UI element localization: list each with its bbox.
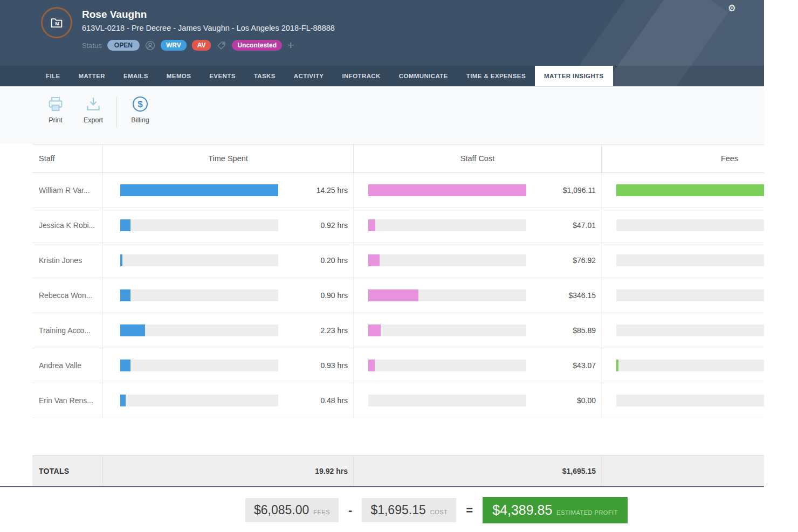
totals-label: TOTALS xyxy=(32,456,102,486)
staff-table-row: Training Acco... 2.23 hrs $85.89 xyxy=(32,313,764,348)
cost-value: $85.89 xyxy=(573,313,596,348)
cost-total-value: $1,695.15 xyxy=(370,503,425,517)
cost-bar-fill xyxy=(368,184,526,196)
column-header-staff-cost: Staff Cost xyxy=(353,144,601,172)
time-bar-track xyxy=(120,219,278,231)
staff-table-body: William R Var... 14.25 hrs $1,096.11 Jes… xyxy=(32,173,764,418)
fees-bar-track xyxy=(616,219,764,231)
staff-table-row: Rebecca Won... 0.90 hrs $346.15 xyxy=(32,278,764,313)
time-bar-track xyxy=(120,289,278,301)
matter-tag-badge[interactable]: Uncontested xyxy=(232,40,282,51)
cost-total-label: COST xyxy=(430,509,448,515)
totals-time-value: 19.92 hrs xyxy=(102,456,353,486)
totals-bottom-rule xyxy=(0,486,764,487)
matter-tab-bar: FILEMATTEREMAILSMEMOSEVENTSTASKSACTIVITY… xyxy=(0,66,764,86)
time-bar-fill xyxy=(120,360,130,371)
cost-value: $346.15 xyxy=(568,278,596,313)
staff-badge-av[interactable]: AV xyxy=(192,40,211,51)
status-row: Status OPEN WRV AV Uncontested + xyxy=(82,40,294,51)
tab-memos[interactable]: MEMOS xyxy=(157,66,200,86)
tag-icon xyxy=(216,40,226,51)
tab-time-expenses[interactable]: TIME & EXPENSES xyxy=(457,66,535,86)
tab-matter[interactable]: MATTER xyxy=(70,66,114,86)
fees-bar-fill xyxy=(616,184,764,196)
cost-bar-track xyxy=(368,254,526,266)
status-badge[interactable]: OPEN xyxy=(107,40,140,51)
tab-file[interactable]: FILE xyxy=(37,66,70,86)
billing-button[interactable]: $ Billing xyxy=(125,95,156,124)
time-value: 0.20 hrs xyxy=(320,243,348,278)
fees-cell xyxy=(601,208,764,243)
equals-operator: = xyxy=(466,503,473,517)
staff-table-row: Jessica K Robi... 0.92 hrs $47.01 xyxy=(32,208,764,243)
staff-cost-cell: $346.15 xyxy=(353,278,601,313)
minus-operator: - xyxy=(348,503,352,517)
tab-events[interactable]: EVENTS xyxy=(200,66,244,86)
time-bar-track xyxy=(120,254,278,266)
time-bar-fill xyxy=(120,219,130,231)
tab-emails[interactable]: EMAILS xyxy=(114,66,157,86)
fees-cell xyxy=(601,383,764,418)
toolbar-divider xyxy=(116,96,117,128)
cost-value: $47.01 xyxy=(573,208,596,243)
staff-cost-cell: $85.89 xyxy=(353,313,601,348)
cost-bar-fill xyxy=(368,254,380,266)
cost-bar-fill xyxy=(368,219,375,231)
staff-insights-table: Staff Time Spent Staff Cost Fees William… xyxy=(32,144,764,418)
time-bar-fill xyxy=(120,289,130,301)
staff-name: Erin Van Rens... xyxy=(32,383,102,418)
staff-name: William R Var... xyxy=(32,173,102,208)
staff-badge-wrv[interactable]: WRV xyxy=(161,40,187,51)
cost-value: $76.92 xyxy=(573,243,596,278)
column-header-fees: Fees xyxy=(601,144,764,172)
matter-title: Rose Vaughn xyxy=(82,9,147,20)
staff-table-row: Erin Van Rens... 0.48 hrs $0.00 xyxy=(32,383,764,418)
fees-bar-track xyxy=(616,360,764,371)
fees-total-label: FEES xyxy=(313,509,330,515)
cost-bar-track xyxy=(368,324,526,336)
dollar-circle-icon: $ xyxy=(131,95,149,113)
time-bar-fill xyxy=(120,324,145,336)
table-header-row: Staff Time Spent Staff Cost Fees xyxy=(32,144,764,173)
time-spent-cell: 0.90 hrs xyxy=(102,278,353,313)
time-value: 0.93 hrs xyxy=(320,348,348,383)
status-label: Status xyxy=(82,42,102,50)
matter-insights-page: M Rose Vaughn 613VL-0218 - Pre Decree - … xyxy=(0,0,764,532)
staff-cost-cell: $43.07 xyxy=(353,348,601,383)
staff-name: Andrea Valle xyxy=(32,348,102,383)
cost-value: $43.07 xyxy=(573,348,596,383)
fees-bar-track xyxy=(616,395,764,406)
staff-cost-cell: $76.92 xyxy=(353,243,601,278)
tab-activity[interactable]: ACTIVITY xyxy=(285,66,333,86)
print-button[interactable]: Print xyxy=(40,95,71,124)
gear-icon[interactable]: ⚙ xyxy=(728,3,736,14)
fees-cell xyxy=(601,243,764,278)
time-spent-cell: 0.93 hrs xyxy=(102,348,353,383)
profit-summary-box: $4,389.85 ESTIMATED PROFIT xyxy=(483,497,628,523)
staff-cost-cell: $1,096.11 xyxy=(353,173,601,208)
time-spent-cell: 0.92 hrs xyxy=(102,208,353,243)
insights-toolbar: Print Export $ Billing xyxy=(0,86,764,144)
fees-cell xyxy=(601,278,764,313)
staff-table-row: Kristin Jones 0.20 hrs $76.92 xyxy=(32,243,764,278)
fees-cell xyxy=(601,173,764,208)
tab-communicate[interactable]: COMMUNICATE xyxy=(390,66,457,86)
tab-matter-insights[interactable]: MATTER INSIGHTS xyxy=(535,66,613,86)
cost-value: $0.00 xyxy=(577,383,596,418)
totals-row: TOTALS 19.92 hrs $1,695.15 xyxy=(32,455,764,486)
export-button[interactable]: Export xyxy=(78,95,109,124)
tab-infotrack[interactable]: INFOTRACK xyxy=(333,66,389,86)
cost-bar-track xyxy=(368,360,526,371)
fees-bar-track xyxy=(616,289,764,301)
time-value: 14.25 hrs xyxy=(317,173,348,208)
profit-value: $4,389.85 xyxy=(492,502,552,518)
svg-text:M: M xyxy=(55,21,59,26)
tab-tasks[interactable]: TASKS xyxy=(245,66,285,86)
totals-cost-value: $1,695.15 xyxy=(353,456,601,486)
column-header-staff: Staff xyxy=(32,144,102,172)
time-value: 2.23 hrs xyxy=(320,313,348,348)
add-tag-button[interactable]: + xyxy=(287,40,294,51)
fees-total-value: $6,085.00 xyxy=(254,503,309,517)
printer-icon xyxy=(46,95,65,113)
fees-bar-track xyxy=(616,254,764,266)
